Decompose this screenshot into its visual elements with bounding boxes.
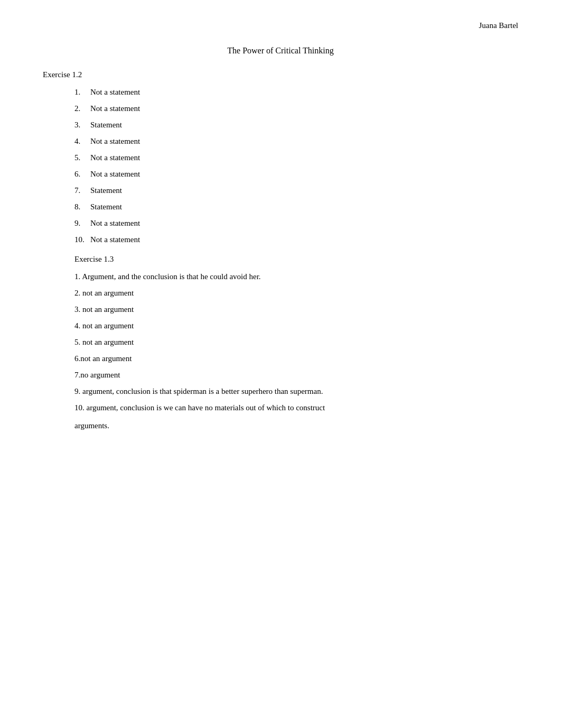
list-item-text: Statement [90, 202, 122, 211]
list-item: 7.Statement [74, 186, 518, 195]
list-item-text: Not a statement [90, 88, 140, 97]
exercise13-item: 9. argument, conclusion is that spiderma… [74, 387, 518, 396]
exercise13-item: 1. Argument, and the conclusion is that … [74, 272, 518, 281]
exercise13-item: 10. argument, conclusion is we can have … [74, 403, 518, 430]
exercise13-item: 5. not an argument [74, 338, 518, 347]
list-item-text: Not a statement [90, 170, 140, 179]
list-number: 8. [74, 202, 90, 211]
list-item: 6.Not a statement [74, 170, 518, 179]
list-item-text: Statement [90, 186, 122, 195]
list-item: 9.Not a statement [74, 219, 518, 228]
list-number: 6. [74, 170, 90, 179]
exercise13-section: Exercise 1.3 1. Argument, and the conclu… [74, 255, 518, 430]
page-title: The Power of Critical Thinking [43, 46, 518, 56]
list-number: 3. [74, 121, 90, 130]
list-number: 2. [74, 104, 90, 113]
author-name: Juana Bartel [43, 21, 518, 30]
list-item-text: Not a statement [90, 153, 140, 162]
list-number: 4. [74, 137, 90, 146]
page: Juana Bartel The Power of Critical Think… [43, 21, 518, 430]
exercise12-list: 1.Not a statement2.Not a statement3.Stat… [74, 88, 518, 244]
list-item-text: Not a statement [90, 219, 140, 228]
list-number: 10. [74, 235, 90, 244]
list-item: 8.Statement [74, 202, 518, 211]
exercise13-item: 4. not an argument [74, 321, 518, 330]
exercise13-item: 3. not an argument [74, 305, 518, 314]
exercise13-item: 6.not an argument [74, 354, 518, 363]
list-number: 7. [74, 186, 90, 195]
exercise12-heading: Exercise 1.2 [43, 70, 518, 79]
list-item: 3.Statement [74, 121, 518, 130]
list-item: 10.Not a statement [74, 235, 518, 244]
list-item: 1.Not a statement [74, 88, 518, 97]
exercise13-item: 2. not an argument [74, 289, 518, 298]
list-item-text: Statement [90, 121, 122, 130]
list-item: 5.Not a statement [74, 153, 518, 162]
list-number: 9. [74, 219, 90, 228]
exercise13-heading: Exercise 1.3 [74, 255, 518, 264]
list-item-text: Not a statement [90, 137, 140, 146]
list-item-text: Not a statement [90, 235, 140, 244]
list-number: 5. [74, 153, 90, 162]
list-item: 2.Not a statement [74, 104, 518, 113]
list-number: 1. [74, 88, 90, 97]
list-item: 4.Not a statement [74, 137, 518, 146]
exercise13-item: 7.no argument [74, 371, 518, 380]
list-item-text: Not a statement [90, 104, 140, 113]
